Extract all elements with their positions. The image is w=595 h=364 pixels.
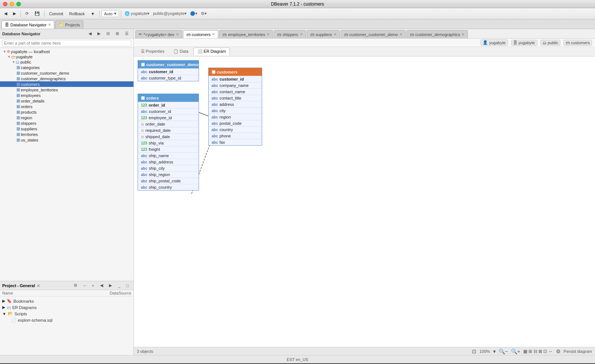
customers-tab-close[interactable]: ✕: [212, 32, 215, 36]
suppliers-tab-close[interactable]: ✕: [334, 32, 337, 36]
sidebar-menu[interactable]: ☰: [122, 30, 131, 37]
sidebar-nav-forward[interactable]: ▶: [95, 30, 103, 37]
public-expand-arrow[interactable]: ▼: [12, 60, 15, 64]
cd-tab-label: customer_demographics: [415, 32, 460, 37]
rollback-dropdown-button[interactable]: ▼: [88, 10, 97, 17]
root-expand-arrow[interactable]: ▼: [3, 50, 6, 53]
refresh-button[interactable]: ⟳: [23, 10, 31, 17]
zoom-out-btn[interactable]: 🔍−: [499, 348, 508, 354]
sidebar: Database Navigator ◀ ▶ ⊟ ⊞ ☰ ▼ ⊕ yugabyt…: [0, 29, 134, 355]
project-plus-btn[interactable]: +: [89, 282, 97, 289]
sql-file-item[interactable]: 📄 explorr-schema.sql: [2, 317, 131, 323]
sidebar-collapse[interactable]: ⊟: [104, 30, 112, 37]
tree-table-customer_demographics[interactable]: ▦ customer_demographics: [0, 76, 134, 81]
scripts-folder-icon: 📂: [8, 311, 13, 316]
type-123-o8: 123: [141, 147, 147, 152]
sidebar-title: Database Navigator: [2, 32, 41, 36]
sidebar-expand[interactable]: ⊞: [113, 30, 122, 37]
er-table-orders[interactable]: ▦ orders 123 order_id abc customer_id 12…: [138, 94, 199, 191]
persist-settings-btn[interactable]: ⚙: [556, 348, 561, 354]
tree-table-employee_territories[interactable]: ▦ employee_territories: [0, 87, 134, 92]
bookmarks-item[interactable]: ▶ 🔖 Bookmarks: [2, 298, 131, 304]
table-label-order_details: order_details: [21, 99, 45, 103]
tree-yugabyte[interactable]: ▼ 🗃 yugabyte: [0, 54, 134, 59]
toolbar-separator-1: [20, 10, 21, 17]
ccd-tab-close[interactable]: ✕: [399, 32, 402, 36]
tree-table-customers[interactable]: ▦ customers: [0, 81, 134, 87]
tab-properties[interactable]: ☰ Properties: [137, 48, 168, 55]
er-field-company-name: abc company_name: [209, 82, 262, 88]
tree-table-customer_customer_demo[interactable]: ▦ customer_customer_demo: [0, 70, 134, 76]
tab-database-navigator[interactable]: 🗄 Database Navigator ✕: [1, 20, 54, 29]
zoom-in-btn[interactable]: 🔍+: [511, 348, 520, 354]
tab-er-diagram[interactable]: ⬜ ER Diagram: [193, 48, 230, 55]
maximize-window-button[interactable]: [16, 2, 21, 6]
rollback-button[interactable]: Rollback: [67, 10, 87, 17]
minimize-window-button[interactable]: [10, 2, 14, 6]
tab-cd[interactable]: 🗃 customer_demographics ✕: [406, 30, 468, 38]
er-expand[interactable]: ▶: [2, 305, 5, 310]
tab-dev[interactable]: ✏ *<yugabyte> dev ✕: [135, 30, 182, 38]
tree-table-territories[interactable]: ▦ territories: [0, 131, 134, 137]
zoom-fit-btn[interactable]: ⊡: [472, 348, 476, 354]
project-back-btn[interactable]: ◀: [97, 282, 106, 289]
tree-table-us_states[interactable]: ▦ us_states: [0, 137, 134, 143]
tree-root[interactable]: ▼ ⊕ yugabyte — localhost: [0, 49, 134, 54]
scripts-expand[interactable]: ▼: [2, 312, 6, 316]
tab-data[interactable]: 📋 Data: [169, 48, 192, 55]
db-badge-icon: 🗄: [513, 40, 517, 45]
er-field-ship-via: 123 ship_via: [138, 140, 199, 146]
tree-table-orders[interactable]: ▦ orders: [0, 104, 134, 109]
scripts-item[interactable]: ▼ 📂 Scripts: [2, 311, 131, 317]
tree-table-products[interactable]: ▦ products: [0, 109, 134, 115]
tree-table-categories[interactable]: ▦ categories: [0, 65, 134, 70]
project-minus-btn[interactable]: −: [81, 282, 88, 289]
tree-public[interactable]: ▼ 🗂 public: [0, 59, 134, 65]
type-abc-o2: abc: [141, 110, 147, 114]
save-button[interactable]: 💾: [32, 10, 42, 17]
tab-employee-territories[interactable]: 🗃 employee_territories ✕: [219, 30, 273, 38]
project-forward-btn[interactable]: ▶: [106, 282, 115, 289]
sidebar-nav-back[interactable]: ◀: [86, 30, 94, 37]
er-table-customers[interactable]: ▦ customers abc customer_id abc company_…: [208, 68, 262, 146]
close-window-button[interactable]: [3, 2, 7, 6]
table-icon-suppliers: ▦: [16, 126, 20, 131]
yugabyte-expand-arrow[interactable]: ▼: [7, 55, 11, 59]
tab-shippers[interactable]: 🗃 shippers ✕: [274, 30, 306, 38]
type-abc-c8: abc: [212, 121, 218, 126]
auto-dropdown[interactable]: Auto ▾: [102, 10, 119, 17]
tree-table-employees[interactable]: ▦ employees: [0, 92, 134, 98]
bookmark-expand[interactable]: ▶: [2, 299, 5, 303]
er-field-required-date: ⊙ required_date: [138, 127, 199, 133]
tree-table-suppliers[interactable]: ▦ suppliers: [0, 126, 134, 131]
et-tab-close[interactable]: ✕: [267, 32, 270, 36]
dev-tab-close[interactable]: ✕: [176, 32, 179, 36]
tab-ccd[interactable]: 🗃 customer_customer_demo ✕: [341, 30, 406, 38]
er-table-customer-customer-demo[interactable]: ▦ customer_customer_demo abc customer_id…: [138, 60, 199, 81]
project-settings-btn[interactable]: ⚙: [71, 282, 80, 289]
tree-table-region[interactable]: ▦ region: [0, 115, 134, 120]
er-diagram-label: ER Diagram: [204, 49, 226, 53]
ccd-tab-label: customer_customer_demo: [350, 32, 398, 37]
er-canvas[interactable]: ▦ customer_customer_demo abc customer_id…: [134, 56, 595, 347]
bottom-panel-header: Project - General ✕ ⚙ − + ◀ ▶ _ □: [0, 281, 134, 290]
project-close-btn[interactable]: □: [123, 282, 131, 289]
back-button[interactable]: ◀: [1, 10, 10, 17]
tab-projects[interactable]: 📁 Projects: [55, 20, 83, 29]
tab-suppliers[interactable]: 🗃 suppliers ✕: [307, 30, 340, 38]
tree-table-shippers[interactable]: ▦ shippers: [0, 120, 134, 126]
shippers-tab-close[interactable]: ✕: [300, 32, 303, 36]
tab-customers[interactable]: 🗃 customers ✕: [183, 30, 219, 38]
titlebar: DBeaver 7.1.2 - customers: [0, 0, 595, 8]
table-label-territories: territories: [21, 132, 38, 137]
tree-table-order_details[interactable]: ▦ order_details: [0, 98, 134, 104]
cd-tab-close[interactable]: ✕: [461, 32, 464, 36]
tab-database-navigator-close[interactable]: ✕: [48, 23, 51, 27]
search-input[interactable]: [2, 40, 131, 46]
project-minimize-btn[interactable]: _: [115, 282, 123, 289]
window-title: DBeaver 7.1.2 - customers: [271, 1, 324, 7]
commit-button[interactable]: Commit: [46, 10, 66, 17]
zoom-dropdown-btn[interactable]: ▾: [493, 348, 496, 354]
forward-button[interactable]: ▶: [10, 10, 19, 17]
er-diagrams-item[interactable]: ▶ 🗃 ER Diagrams: [2, 304, 131, 311]
